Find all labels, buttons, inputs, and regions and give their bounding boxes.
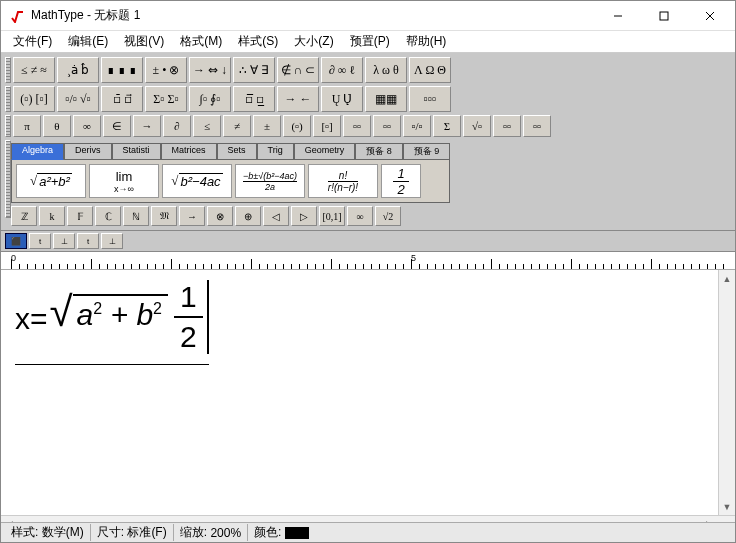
menu-style[interactable]: 样式(S) [230,31,286,52]
sym-inf[interactable]: ∞ [347,206,373,226]
tmpl-onehalf[interactable]: 12 [381,164,421,198]
status-size[interactable]: 尺寸: 标准(F) [91,524,174,541]
sym-m[interactable]: 𝔐 [151,206,177,226]
sym-operators[interactable]: ± • ⊗ [145,57,187,83]
sym-triangleleft[interactable]: ◁ [263,206,289,226]
sym-naturals[interactable]: ℕ [123,206,149,226]
maximize-button[interactable] [641,2,687,30]
tmpl-fences[interactable]: (▫) [▫] [13,86,55,112]
sym-tensor[interactable]: ⊗ [207,206,233,226]
tab-preset9[interactable]: 预备 9 [403,143,451,160]
sym-leq[interactable]: ≤ [193,115,221,137]
sym-oplus[interactable]: ⊕ [235,206,261,226]
tmpl-discriminant[interactable]: √b²−4ac [162,164,232,198]
scroll-down-icon[interactable]: ▼ [719,498,735,515]
tmpl-script[interactable]: ▫▫ [523,115,551,137]
sym-theta[interactable]: θ [43,115,71,137]
tmpl-bars[interactable]: ▫̅ ▫̲ [233,86,275,112]
align-tab-1[interactable]: ⬛ [5,233,27,249]
tmpl-products[interactable]: Ų Ų̇ [321,86,363,112]
equation-editor[interactable]: x= √ a2 + b2 1 2 [1,270,718,515]
minimize-button[interactable] [595,2,641,30]
tmpl-paren[interactable]: (▫) [283,115,311,137]
tab-preset8[interactable]: 预备 8 [355,143,403,160]
tmpl-integrals[interactable]: ∫▫ ∮▫ [189,86,231,112]
sym-pm[interactable]: ± [253,115,281,137]
sym-accents[interactable]: ¸ȧ b̂ [57,57,99,83]
toolbar-handle[interactable] [5,86,11,112]
tmpl-quadratic[interactable]: −b±√(b²−4ac)2a [235,164,305,198]
tmpl-bracket[interactable]: [▫] [313,115,341,137]
toolbar-handle[interactable] [5,57,11,83]
sym-k[interactable]: k [39,206,65,226]
toolbar-handle[interactable] [5,115,11,137]
sym-relations[interactable]: ≤ ≠ ≈ [13,57,55,83]
tmpl-combination[interactable]: n!r!(n−r)! [308,164,378,198]
status-style[interactable]: 样式: 数学(M) [5,524,91,541]
sym-sqrt2[interactable]: √2 [375,206,401,226]
tab-statisti[interactable]: Statisti [112,143,161,160]
tmpl-limit[interactable]: limx→∞ [89,164,159,198]
tmpl-boxes[interactable]: ▫▫▫ [409,86,451,112]
sym-calc[interactable]: ∂ ∞ ℓ [321,57,363,83]
tab-geometry[interactable]: Geometry [294,143,356,160]
menu-file[interactable]: 文件(F) [5,31,60,52]
tmpl-sqrt[interactable]: √▫ [463,115,491,137]
menu-help[interactable]: 帮助(H) [398,31,455,52]
close-button[interactable] [687,2,733,30]
symbol-palette: ≤ ≠ ≈ ¸ȧ b̂ ∎ ∎ ∎ ± • ⊗ → ⇔ ↓ ∴ ∀ ∃ ∉ ∩ … [1,53,735,231]
color-swatch [285,527,309,539]
menu-size[interactable]: 大小(Z) [286,31,341,52]
tab-matrices[interactable]: Matrices [161,143,217,160]
menubar: 文件(F) 编辑(E) 视图(V) 格式(M) 样式(S) 大小(Z) 预置(P… [1,31,735,53]
ruler[interactable]: 0 5 [1,252,735,270]
sym-arrow[interactable]: → [179,206,205,226]
menu-edit[interactable]: 编辑(E) [60,31,116,52]
align-tab-2[interactable]: t [29,233,51,249]
sym-logic[interactable]: ∴ ∀ ∃ [233,57,275,83]
sym-integers[interactable]: ℤ [11,206,37,226]
tmpl-sup[interactable]: ▫▫ [343,115,371,137]
align-tab-5[interactable]: ⊥ [101,233,123,249]
tab-trig[interactable]: Trig [257,143,294,160]
tmpl-sum[interactable]: Σ [433,115,461,137]
tmpl-arrows[interactable]: → ← [277,86,319,112]
menu-format[interactable]: 格式(M) [172,31,230,52]
sym-partial[interactable]: ∂ [163,115,191,137]
tmpl-pythag[interactable]: √a²+b² [16,164,86,198]
sym-greek-up[interactable]: Λ Ω Θ [409,57,451,83]
sym-spaces[interactable]: ∎ ∎ ∎ [101,57,143,83]
sym-element[interactable]: ∈ [103,115,131,137]
menu-prefs[interactable]: 预置(P) [342,31,398,52]
menu-view[interactable]: 视图(V) [116,31,172,52]
status-color[interactable]: 颜色: [248,524,315,541]
tmpl-frac-root[interactable]: ▫/▫ √▫ [57,86,99,112]
vertical-scrollbar[interactable]: ▲ ▼ [718,270,735,515]
tmpl-subsup[interactable]: ▫▫ [493,115,521,137]
sym-field[interactable]: 𝔽 [67,206,93,226]
sym-rightarrow[interactable]: → [133,115,161,137]
sym-arrows[interactable]: → ⇔ ↓ [189,57,231,83]
sym-complex[interactable]: ℂ [95,206,121,226]
status-zoom[interactable]: 缩放: 200% [174,524,248,541]
tab-algebra[interactable]: Algebra [11,143,64,160]
sym-neq[interactable]: ≠ [223,115,251,137]
scroll-up-icon[interactable]: ▲ [719,270,735,287]
sym-pi[interactable]: π [13,115,41,137]
sym-infinity[interactable]: ∞ [73,115,101,137]
align-tab-3[interactable]: ⊥ [53,233,75,249]
sym-greek-low[interactable]: λ ω θ [365,57,407,83]
align-tab-4[interactable]: t [77,233,99,249]
tmpl-matrix[interactable]: ▦▦ [365,86,407,112]
sym-interval[interactable]: [0,1] [319,206,345,226]
tmpl-over-under[interactable]: ▫̄ ▫⃗ [101,86,143,112]
window-title: MathType - 无标题 1 [31,7,595,24]
tmpl-sums[interactable]: Σ▫ Σ▫ [145,86,187,112]
tmpl-sub[interactable]: ▫▫ [373,115,401,137]
tab-derivs[interactable]: Derivs [64,143,112,160]
sym-sets[interactable]: ∉ ∩ ⊂ [277,57,319,83]
tab-sets[interactable]: Sets [217,143,257,160]
tmpl-frac[interactable]: ▫/▫ [403,115,431,137]
formula-lhs: x= [15,302,48,336]
sym-triangleright[interactable]: ▷ [291,206,317,226]
